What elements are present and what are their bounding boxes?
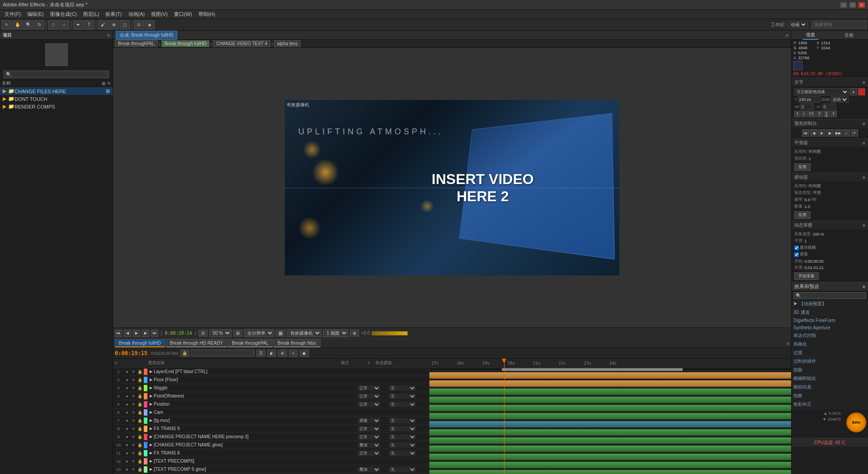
layer-solo-8[interactable]: ☀: [130, 426, 137, 432]
text-btn-Tu[interactable]: T: [824, 111, 830, 117]
tool-select[interactable]: ↖: [2, 20, 12, 29]
ctrl-frame[interactable]: ⊞: [233, 330, 242, 337]
layer-qual-sel-13[interactable]: 无: [389, 467, 416, 472]
workspace-select[interactable]: 动画: [788, 21, 807, 28]
layer-eye-13[interactable]: ●: [124, 466, 130, 473]
layer-qual-sel-5[interactable]: 无: [389, 402, 416, 407]
timeline-tracks-area[interactable]: 17s 18s 19s 20s 21s 22s 23s 24s: [429, 359, 791, 474]
layer-solo-4[interactable]: ☀: [130, 393, 137, 399]
layer-row-7[interactable]: 7 ● ☀ 🔒 ▶ [fg.mov] 屏幕 无: [113, 417, 429, 425]
tracking-input[interactable]: [800, 104, 814, 110]
track-row-10[interactable]: [429, 445, 791, 453]
layer-expand-6[interactable]: ▶: [148, 410, 154, 414]
track-row-5[interactable]: [429, 404, 791, 412]
layer-qual-sel-8[interactable]: 无: [389, 426, 416, 431]
layer-mode-5[interactable]: 正常: [358, 402, 380, 407]
layer-solo-1[interactable]: ☀: [130, 369, 137, 375]
preview-loop[interactable]: ↺: [851, 129, 858, 137]
tool-hand[interactable]: ✋: [13, 20, 23, 29]
camera-select[interactable]: 有效摄像机: [287, 329, 321, 337]
track-row-7[interactable]: [429, 420, 791, 428]
motion-sketch-menu[interactable]: ≡: [863, 223, 865, 228]
layer-row-13[interactable]: 13 ● ☀ 🔒 ▶ [TEXT PRECOMP 6 glow] 叠加 无: [113, 465, 429, 474]
wiggler-menu[interactable]: ≡: [863, 175, 865, 180]
tl-add-marker[interactable]: ◆: [300, 350, 309, 357]
track-row-11[interactable]: [429, 453, 791, 461]
effect-cat-transition[interactable]: 过渡: [792, 349, 868, 357]
tool-rect[interactable]: □: [48, 20, 58, 29]
layer-lock-2[interactable]: 🔒: [137, 377, 143, 383]
layer-qual-sel-3[interactable]: 无: [389, 385, 416, 391]
smooth-section-header[interactable]: 平滑器 ≡: [792, 139, 868, 147]
layer-mode-7[interactable]: 屏幕: [358, 418, 380, 423]
track-row-8[interactable]: [429, 428, 791, 436]
effect-cat-animation[interactable]: ▶ 【动画预置】: [792, 300, 868, 308]
font-size-input[interactable]: [798, 96, 821, 103]
layer-row-2[interactable]: 2 ● ☀ 🔒 ▶ Floor [Floor]: [113, 376, 429, 384]
folder-item-change-files[interactable]: ▶ 📁 CHANGE FILES HERE ⊞: [0, 87, 113, 95]
close-button[interactable]: ✕: [858, 2, 865, 8]
layer-expand-9[interactable]: ▶: [148, 435, 154, 439]
layer-row-12[interactable]: 12 ● ☀ 🔒 ▶ [TEXT PRECOMP6]: [113, 457, 429, 465]
layer-row-10[interactable]: 10 ● ☀ 🔒 ▶ [CHANGE PROJECT NAME glow] 叠加…: [113, 441, 429, 449]
layer-solo-13[interactable]: ☀: [130, 466, 137, 473]
preview-section-header[interactable]: 预览控制台 ≡: [792, 119, 868, 128]
layer-expand-7[interactable]: ▶: [148, 418, 154, 422]
effect-cat-digieffects[interactable]: Digieffects FreeForm: [792, 317, 868, 324]
tool-rotate[interactable]: ↻: [34, 20, 44, 29]
text-btn-I[interactable]: I: [802, 111, 807, 117]
transport-next-frame[interactable]: ▶: [142, 330, 149, 337]
layer-lock-7[interactable]: 🔒: [137, 417, 143, 424]
layer-mode-11[interactable]: 正常: [358, 450, 380, 456]
breadcrumb-alpha[interactable]: alpha lens: [274, 40, 301, 47]
quality-select[interactable]: 全分辨率: [244, 329, 274, 337]
layer-mode-3[interactable]: 正常: [358, 385, 380, 391]
ms-start-btn[interactable]: 开始采集: [794, 272, 819, 280]
layer-eye-10[interactable]: ●: [124, 442, 130, 448]
tool-brush[interactable]: 🖌: [98, 20, 108, 29]
layer-expand-5[interactable]: ▶: [148, 402, 154, 406]
ctrl-transparency[interactable]: ▦: [276, 330, 285, 337]
comp-tab-main[interactable]: 合成: Break through fullHD: [116, 31, 177, 40]
layer-row-6[interactable]: 6 ● ☀ 🔒 ▶ Cam: [113, 408, 429, 417]
smooth-apply-btn[interactable]: 应用: [794, 163, 811, 171]
breadcrumb-pal[interactable]: Break throughPAL: [115, 40, 158, 47]
layer-row-1[interactable]: 1 ● ☀ 🔒 ▶ LayerEmit [PT blast CTRL]: [113, 368, 429, 376]
track-row-9[interactable]: [429, 436, 791, 445]
ctrl-region[interactable]: ⊟: [198, 330, 208, 337]
menu-window[interactable]: 窗口(W): [171, 10, 195, 19]
folder-item-render-comps[interactable]: ▶ 📁 RENDER COMPS: [0, 103, 113, 110]
layer-expand-4[interactable]: ▶: [148, 394, 154, 398]
preview-play[interactable]: ▶: [826, 129, 834, 137]
track-row-13[interactable]: [429, 469, 791, 474]
layer-lock-10[interactable]: 🔒: [137, 442, 143, 448]
wiggler-apply-btn[interactable]: 应用: [794, 211, 811, 219]
effects-menu-btn[interactable]: ≡: [863, 284, 865, 289]
motion-sketch-header[interactable]: 动态草图 ≡: [792, 221, 868, 229]
view-select[interactable]: 1 视图: [323, 329, 348, 337]
layer-eye-9[interactable]: ●: [124, 434, 130, 440]
layer-lock-8[interactable]: 🔒: [137, 426, 143, 432]
layer-lock-12[interactable]: 🔒: [137, 458, 143, 465]
tool-puppet[interactable]: ◈: [145, 20, 155, 29]
wiggler-section-header[interactable]: 摆动器 ≡: [792, 173, 868, 181]
menu-animation[interactable]: 动画(A): [126, 10, 148, 19]
layer-eye-11[interactable]: ●: [124, 450, 130, 456]
layer-solo-9[interactable]: ☀: [130, 434, 137, 440]
layer-solo-12[interactable]: ☀: [130, 458, 137, 465]
effect-cat-simulate[interactable]: 模拟仿真: [792, 383, 868, 392]
layer-lock-4[interactable]: 🔒: [137, 393, 143, 399]
project-sort-btn[interactable]: ⊞: [102, 81, 105, 86]
help-search[interactable]: [812, 21, 866, 28]
layer-eye-6[interactable]: ●: [124, 409, 130, 416]
layer-qual-sel-9[interactable]: 无: [389, 434, 416, 440]
effects-search-input[interactable]: [793, 292, 866, 299]
layer-lock-11[interactable]: 🔒: [137, 450, 143, 456]
layer-lock-3[interactable]: 🔒: [137, 385, 143, 391]
layer-expand-2[interactable]: ▶: [148, 378, 154, 382]
effect-cat-synthetic[interactable]: Synthetic Aperture: [792, 324, 868, 332]
effect-cat-distort2[interactable]: 扭曲: [792, 392, 868, 400]
layer-row-8[interactable]: 8 ● ☀ 🔒 ▶ FX TRANS 9 正常 无: [113, 425, 429, 433]
preview-menu[interactable]: ≡: [863, 121, 865, 126]
tool-roto[interactable]: ⊙: [134, 20, 144, 29]
